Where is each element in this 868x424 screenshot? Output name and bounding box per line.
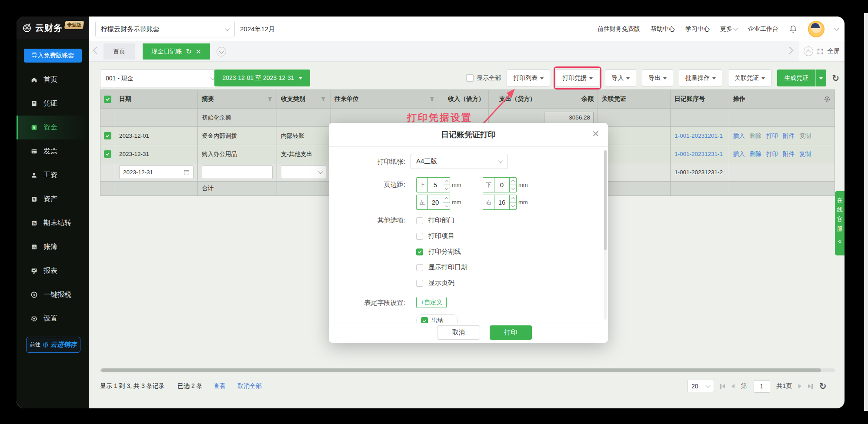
first-page-icon[interactable] bbox=[720, 384, 725, 389]
sidebar-item-tax[interactable]: ¥ 一键报税 bbox=[17, 283, 89, 307]
header-counterparty[interactable]: 往来单位 bbox=[331, 89, 439, 109]
step-down-icon[interactable] bbox=[510, 202, 516, 209]
date-range-button[interactable]: 2023-12-01 至 2023-12-31 bbox=[214, 70, 310, 86]
serial-link[interactable]: 1-001-20231231-1 bbox=[674, 151, 723, 157]
step-up-icon[interactable] bbox=[510, 178, 516, 185]
link-more-menu[interactable]: 更多 bbox=[720, 25, 738, 33]
header-serial[interactable]: 日记账序号 bbox=[671, 89, 729, 109]
margin-value[interactable]: 20 bbox=[428, 195, 443, 209]
tabs-dropdown-icon[interactable] bbox=[217, 47, 226, 56]
header-linked-voucher[interactable]: 关联凭证 bbox=[598, 89, 671, 109]
print-voucher-button[interactable]: 打印凭据 bbox=[556, 70, 599, 86]
sidebar-item-settings[interactable]: 设置 bbox=[17, 307, 89, 331]
browser-edge-scrollbar[interactable] bbox=[864, 13, 868, 411]
insert-link[interactable]: 插入 bbox=[733, 150, 745, 158]
link-help-center[interactable]: 帮助中心 bbox=[651, 25, 675, 33]
row-checkbox[interactable] bbox=[100, 127, 115, 145]
insert-link[interactable]: 插入 bbox=[733, 132, 745, 140]
margin-top-stepper[interactable]: 上 5 bbox=[416, 177, 450, 192]
header-date[interactable]: 日期 bbox=[115, 89, 198, 109]
margin-bottom-stepper[interactable]: 下 0 bbox=[483, 177, 517, 192]
date-input[interactable]: 2023-12-31 bbox=[119, 166, 194, 179]
period-label[interactable]: 2024年12月 bbox=[240, 17, 275, 41]
step-up-icon[interactable] bbox=[510, 195, 516, 202]
print-button[interactable]: 打印 bbox=[490, 325, 532, 340]
delete-link[interactable]: 删除 bbox=[750, 150, 761, 158]
tab-refresh-icon[interactable]: ↻ bbox=[186, 48, 192, 55]
prev-page-icon[interactable] bbox=[731, 384, 734, 388]
notification-bell-icon[interactable] bbox=[789, 25, 798, 33]
paper-select[interactable]: A4三版 bbox=[411, 154, 508, 169]
sidebar-item-salary[interactable]: 工资 bbox=[17, 163, 89, 187]
generate-voucher-button[interactable]: 生成凭证 bbox=[777, 70, 826, 86]
modal-scrollbar-thumb[interactable] bbox=[604, 150, 607, 250]
goto-inventory-button[interactable]: 前往 云进销存 bbox=[26, 337, 80, 353]
sidebar-item-funds[interactable]: ¥ 资金 bbox=[17, 116, 89, 139]
attachment-link[interactable]: 附件 bbox=[783, 150, 795, 158]
collapse-up-icon[interactable] bbox=[804, 46, 813, 56]
custom-field-button[interactable]: +自定义 bbox=[416, 297, 447, 308]
cancel-button[interactable]: 取消 bbox=[437, 325, 480, 340]
margin-left-stepper[interactable]: 左 20 bbox=[416, 195, 450, 210]
refresh-icon[interactable]: ↻ bbox=[832, 74, 839, 83]
option-show-print-date[interactable]: 显示打印日期 bbox=[416, 263, 467, 272]
export-button[interactable]: 导出 bbox=[642, 70, 673, 86]
step-up-icon[interactable] bbox=[443, 195, 450, 202]
scrollbar-thumb[interactable] bbox=[101, 368, 821, 372]
batch-actions-button[interactable]: 批量操作 bbox=[679, 70, 722, 86]
last-page-icon[interactable] bbox=[808, 384, 813, 389]
view-selected-link[interactable]: 查看 bbox=[214, 376, 226, 396]
option-print-department[interactable]: 打印部门 bbox=[416, 216, 454, 225]
link-voucher-button[interactable]: 关联凭证 bbox=[728, 70, 771, 86]
link-enterprise-workspace[interactable]: 企业工作台 bbox=[748, 25, 778, 33]
fullscreen-label[interactable]: 全屏 bbox=[828, 47, 840, 55]
horizontal-scrollbar[interactable] bbox=[100, 368, 835, 372]
close-icon[interactable]: ✕ bbox=[592, 129, 599, 138]
sidebar-item-invoice[interactable]: 发票 bbox=[17, 139, 89, 163]
fullscreen-icon[interactable] bbox=[817, 48, 824, 55]
page-number-input[interactable]: 1 bbox=[754, 380, 770, 393]
import-button[interactable]: 导入 bbox=[605, 70, 636, 86]
margin-value[interactable]: 5 bbox=[428, 178, 443, 192]
margin-value[interactable]: 0 bbox=[494, 178, 509, 192]
sidebar-item-carryover[interactable]: % 期末结转 bbox=[17, 211, 89, 235]
refresh-icon[interactable]: ↻ bbox=[819, 382, 827, 391]
option-show-page-number[interactable]: 显示页码 bbox=[416, 279, 454, 287]
step-down-icon[interactable] bbox=[510, 185, 516, 192]
modal-scrollbar[interactable] bbox=[604, 150, 607, 320]
select-all-checkbox[interactable] bbox=[100, 89, 115, 109]
option-print-project[interactable]: 打印项目 bbox=[416, 232, 454, 240]
tab-cash-journal[interactable]: 现金日记账 ↻ ✕ bbox=[143, 43, 210, 60]
header-summary[interactable]: 摘要 bbox=[198, 89, 277, 109]
option-print-divider[interactable]: 打印分割线 bbox=[416, 248, 461, 256]
link-learning-center[interactable]: 学习中心 bbox=[685, 25, 710, 33]
show-all-checkbox[interactable]: 显示全部 bbox=[466, 74, 501, 82]
tab-close-icon[interactable]: ✕ bbox=[196, 48, 201, 55]
sidebar-item-home[interactable]: 首页 bbox=[17, 68, 89, 92]
user-avatar[interactable] bbox=[808, 21, 825, 37]
account-set-select[interactable]: 柠檬云财务示范账套 bbox=[95, 21, 235, 37]
online-service-tab[interactable]: 在线客服 « bbox=[835, 191, 845, 255]
header-category[interactable]: 收支类别 bbox=[277, 89, 331, 109]
serial-link[interactable]: 1-001-20231201-1 bbox=[674, 132, 723, 139]
page-size-select[interactable]: 20 bbox=[687, 380, 714, 392]
cancel-all-link[interactable]: 取消全部 bbox=[237, 376, 262, 396]
row-checkbox[interactable] bbox=[100, 145, 115, 163]
step-up-icon[interactable] bbox=[443, 178, 450, 185]
delete-link[interactable]: 删除 bbox=[750, 132, 761, 140]
generate-voucher-caret[interactable] bbox=[815, 70, 826, 86]
tabs-scroll-right-icon[interactable] bbox=[786, 47, 794, 54]
tab-home[interactable]: 首页 bbox=[103, 43, 135, 60]
sidebar-item-assets[interactable]: ¥ 资产 bbox=[17, 187, 89, 211]
next-page-icon[interactable] bbox=[798, 384, 801, 388]
print-list-button[interactable]: 打印列表 bbox=[507, 70, 550, 86]
copy-link[interactable]: 复制 bbox=[799, 132, 811, 140]
step-down-icon[interactable] bbox=[443, 185, 450, 192]
link-free-version[interactable]: 前往财务免费版 bbox=[598, 25, 640, 33]
balance-box[interactable]: 3056.28 bbox=[544, 112, 594, 124]
summary-input[interactable] bbox=[202, 166, 273, 179]
user-menu-chevron-icon[interactable] bbox=[834, 26, 839, 30]
import-free-account-button[interactable]: 导入免费版账套 bbox=[24, 49, 82, 63]
sidebar-item-voucher[interactable]: 凭证 bbox=[17, 92, 89, 116]
sidebar-item-reports[interactable]: 报表 bbox=[17, 259, 89, 283]
